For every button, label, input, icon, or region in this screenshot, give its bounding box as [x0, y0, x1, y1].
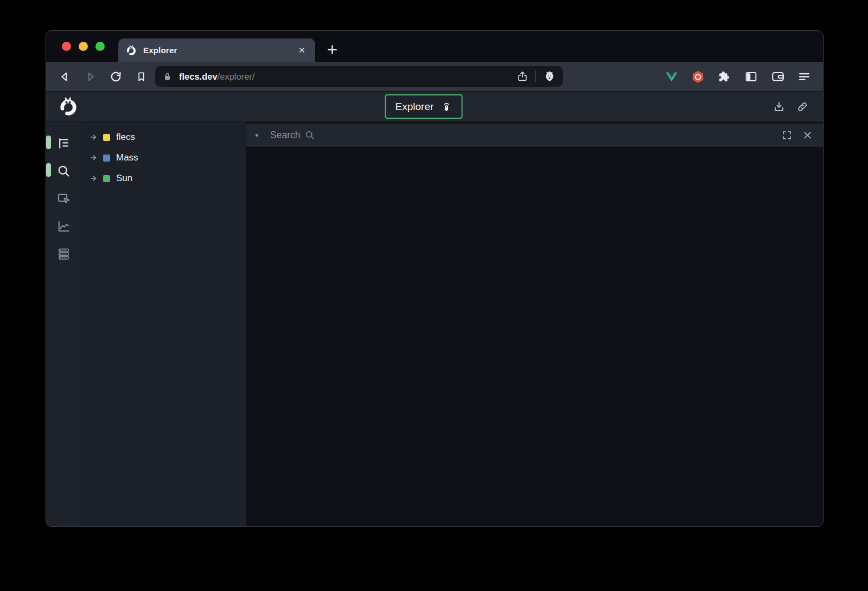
- panel-indicator-tree: [46, 136, 51, 149]
- forward-icon[interactable]: [80, 67, 100, 86]
- tree-panel-icon[interactable]: [54, 133, 74, 153]
- side-panel-icon[interactable]: [744, 69, 758, 84]
- fullscreen-icon[interactable]: [780, 129, 793, 142]
- panel-indicator-search: [46, 163, 51, 177]
- entity-color-square: [103, 175, 110, 182]
- extensions-puzzle-icon[interactable]: [717, 69, 732, 84]
- tab-bar: Explorer: [46, 31, 823, 62]
- url-domain: flecs.dev: [179, 72, 218, 82]
- drag-dot-icon: [256, 134, 258, 137]
- query-panel: Search: [246, 122, 823, 527]
- desktop-background: Explorer: [0, 0, 868, 591]
- browser-window: Explorer: [46, 30, 824, 527]
- address-bar[interactable]: flecs.dev/explorer/: [155, 66, 563, 87]
- search-magnifier-icon: [305, 130, 315, 140]
- tree-panel: flecs Mass: [82, 122, 246, 527]
- url-path: /explorer/: [218, 72, 255, 82]
- share-icon[interactable]: [516, 70, 528, 82]
- search-panel-header[interactable]: Search: [246, 124, 823, 148]
- new-tab-button[interactable]: [325, 42, 339, 56]
- flecs-favicon-icon: [126, 45, 137, 56]
- icon-sidebar: [46, 122, 82, 527]
- header-actions: [771, 99, 810, 114]
- reload-icon[interactable]: [106, 67, 125, 86]
- tree-entity-row[interactable]: Sun: [82, 168, 246, 189]
- remote-signal-icon: [441, 101, 452, 112]
- browser-tab-explorer[interactable]: Explorer: [118, 38, 315, 62]
- close-window-button[interactable]: [62, 42, 71, 51]
- inspect-panel-icon[interactable]: [54, 189, 74, 208]
- query-results-area: [246, 148, 823, 527]
- wallet-icon[interactable]: [770, 69, 785, 84]
- entities-table-icon[interactable]: [54, 244, 74, 264]
- browser-toolbar: flecs.dev/explorer/: [46, 62, 823, 92]
- entity-color-square: [103, 155, 110, 162]
- stats-panel-icon[interactable]: [54, 216, 74, 236]
- vue-devtools-icon[interactable]: [664, 69, 679, 84]
- urlbar-divider: [535, 70, 536, 82]
- zoom-window-button[interactable]: [95, 42, 105, 51]
- back-icon[interactable]: [55, 67, 74, 86]
- bookmark-icon[interactable]: [131, 67, 151, 86]
- traffic-lights: [46, 31, 105, 62]
- entity-label: Sun: [116, 173, 132, 184]
- explorer-connection-badge[interactable]: Explorer: [385, 94, 463, 119]
- entity-label: flecs: [116, 132, 135, 143]
- explorer-content: flecs Mass: [46, 122, 823, 527]
- share-link-icon[interactable]: [795, 99, 810, 114]
- close-panel-icon[interactable]: [801, 129, 814, 142]
- tree-entity-row[interactable]: Mass: [82, 147, 246, 168]
- page-title: Explorer: [395, 101, 434, 113]
- brave-shield-icon[interactable]: [543, 70, 556, 83]
- lock-icon: [162, 72, 173, 82]
- page-header: Explorer: [46, 92, 823, 122]
- tab-close-icon[interactable]: [296, 44, 308, 56]
- extension-icons: [664, 69, 812, 84]
- entity-color-square: [103, 134, 110, 141]
- tree-entity-row[interactable]: flecs: [82, 127, 246, 147]
- download-icon[interactable]: [771, 99, 787, 114]
- minimize-window-button[interactable]: [79, 42, 88, 51]
- expand-arrow-icon[interactable]: [90, 175, 98, 182]
- tab-title: Explorer: [143, 46, 177, 55]
- menu-icon[interactable]: [797, 69, 812, 84]
- expand-arrow-icon[interactable]: [90, 154, 98, 162]
- query-panel-icon[interactable]: [54, 161, 74, 181]
- hexagon-extension-icon[interactable]: [691, 69, 705, 84]
- entity-label: Mass: [116, 152, 138, 163]
- expand-arrow-icon[interactable]: [90, 133, 98, 141]
- flecs-logo-icon: [58, 97, 79, 117]
- search-label: Search: [270, 130, 300, 141]
